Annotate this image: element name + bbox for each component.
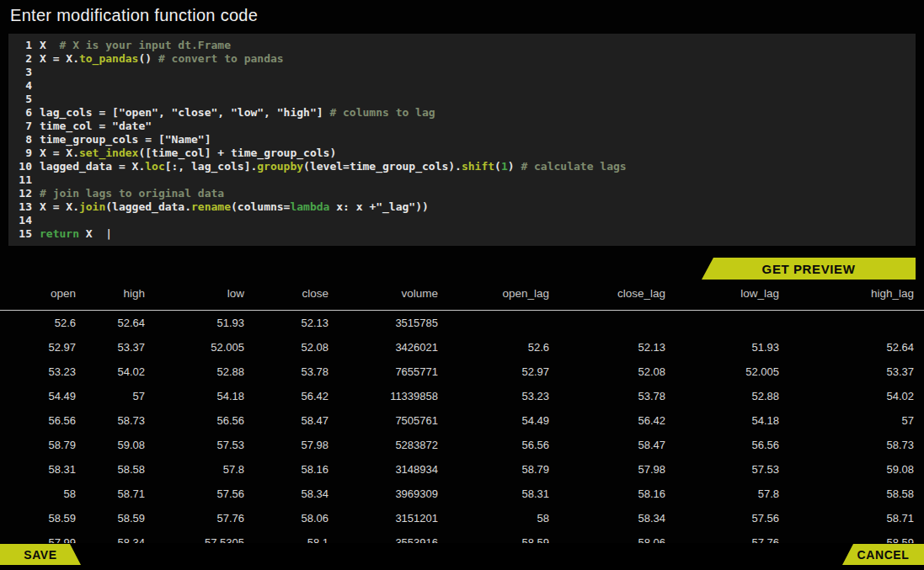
table-cell: 58.58 [76,457,145,482]
column-header-high_lag: high_lag [779,283,924,311]
code-line-content: time_col = "date" [40,120,152,133]
code-token-comment: # join lags to original data [40,187,224,200]
table-cell: 53.23 [438,384,549,408]
code-line-content: lagged_data = X.loc[:, lag_cols].groupby… [40,160,627,173]
code-token-plain: lag_cols = ["open", "close", "low", "hig… [40,106,329,119]
code-token-method: rename [191,200,231,213]
table-cell: 7505761 [328,408,438,433]
table-cell [549,311,665,336]
table-cell: 58.47 [549,433,665,457]
code-line: 5 [13,93,911,106]
get-preview-button[interactable]: GET PREVIEW [702,258,916,280]
code-line: 11 [13,173,911,187]
table-cell: 53.78 [549,384,665,408]
table-cell [438,311,549,336]
table-cell: 58.79 [438,457,549,482]
cancel-button[interactable]: CANCEL [842,544,924,565]
table-cell: 57.8 [665,482,779,506]
column-header-high: high [76,283,145,311]
line-number: 2 [13,52,32,66]
code-line-content: X = X.to_pandas() # convert to pandas [40,52,284,66]
table-cell: 58.06 [244,506,328,530]
table-cell: 58.73 [779,433,924,457]
table-cell: 52.64 [779,335,924,360]
table-cell: 59.08 [76,433,145,457]
table-cell: 53.78 [244,360,328,384]
table-cell: 54.02 [76,360,145,384]
code-line: 4 [13,79,911,93]
table-cell: 58.58 [779,482,924,506]
table-cell: 3151201 [328,506,438,530]
table-cell: 56.56 [438,433,549,457]
code-line: 9X = X.set_index([time_col] + time_group… [13,146,911,160]
code-token-method: to_pandas [79,52,138,65]
line-number: 12 [13,187,32,200]
code-token-comment: # columns to lag [329,106,435,119]
code-line: 1X # X is your input dt.Frame [13,39,911,52]
column-header-open_lag: open_lag [438,283,549,311]
table-cell: 5283872 [328,433,438,457]
table-cell: 52.64 [76,311,145,336]
table-cell: 56.42 [549,408,665,433]
table-cell: 57.8 [145,457,244,482]
table-cell: 57.76 [145,506,244,530]
code-editor[interactable]: 1X # X is your input dt.Frame2X = X.to_p… [8,34,916,246]
save-button[interactable]: SAVE [0,544,81,565]
column-header-low: low [145,283,244,311]
table-cell: 7655771 [328,360,438,384]
table-cell: 54.18 [665,408,779,433]
table-cell: 52.97 [438,360,549,384]
code-token-number: 1 [501,160,508,173]
code-token-plain: x: x +"_lag")) [329,200,428,213]
table-cell: 52.005 [665,360,779,384]
code-token-comment: # convert to pandas [158,52,284,65]
line-number: 8 [13,133,32,146]
table-cell: 58.79 [0,433,76,457]
line-number: 11 [13,173,32,187]
table-cell: 52.97 [0,335,76,360]
column-header-low_lag: low_lag [665,283,779,311]
code-line: 10lagged_data = X.loc[:, lag_cols].group… [13,160,911,173]
table-cell: 51.93 [145,311,244,336]
table-cell: 3515785 [328,311,438,336]
table-cell: 57 [76,384,145,408]
code-token-plain: X [79,227,105,240]
code-token-plain: X [40,39,46,51]
table-cell: 56.56 [665,433,779,457]
code-token-plain: time_col = "date" [40,120,152,132]
table-cell: 52.13 [244,311,328,336]
table-cell: 53.23 [0,360,76,384]
line-number: 4 [13,79,32,93]
table-cell [779,311,924,336]
table-cell: 52.6 [438,335,549,360]
table-cell: 58.31 [438,482,549,506]
footer-bar: SAVE CANCEL [0,543,924,570]
code-line-content: lag_cols = ["open", "close", "low", "hig… [40,106,435,120]
line-number: 1 [13,39,32,52]
table-cell: 52.88 [145,360,244,384]
modification-function-dialog: Enter modification function code 1X # X … [0,0,924,570]
table-cell: 58.73 [76,408,145,433]
column-header-close: close [244,283,328,311]
table-cell: 58.16 [244,457,328,482]
table-cell: 56.42 [244,384,328,408]
table-cell: 54.49 [0,384,76,408]
table-cell: 58.59 [0,506,76,530]
table-cell: 3426021 [328,335,438,360]
code-token-plain: ([time_col] + time_group_cols) [138,146,336,159]
code-line: 14 [13,214,911,227]
table-cell: 53.37 [779,360,924,384]
code-token-method: loc [145,160,164,173]
table-cell: 57.56 [145,482,244,506]
column-header-open: open [0,283,76,311]
table-cell: 52.6 [0,311,76,336]
column-header-volume: volume [328,283,438,311]
line-number: 6 [13,106,32,120]
code-token-method: join [79,200,105,213]
code-token-plain: lagged_data = X. [40,160,145,173]
table-cell: 58.71 [779,506,924,530]
code-token-keyword: lambda [290,200,329,213]
code-token-comment: # calculate lags [521,160,626,173]
table-cell: 3969309 [328,482,438,506]
code-token-plain: () [138,52,158,65]
